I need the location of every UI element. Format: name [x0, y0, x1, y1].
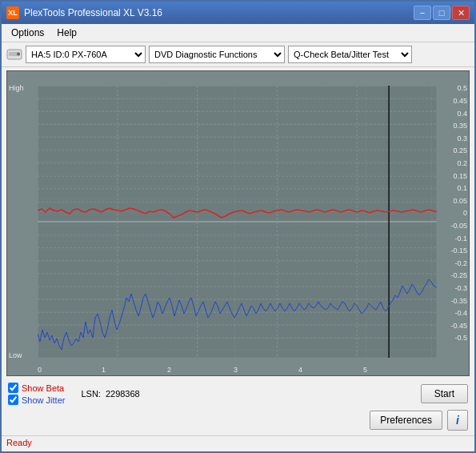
- menu-bar: Options Help: [2, 24, 474, 42]
- checkbox-group: Show Beta Show Jitter: [8, 383, 65, 405]
- chart-svg: [38, 86, 437, 358]
- drive-select[interactable]: HA:5 ID:0 PX-760A: [26, 46, 146, 63]
- app-icon: XL: [6, 6, 19, 19]
- y-right-16: -0.3: [454, 284, 467, 292]
- preferences-button[interactable]: Preferences: [370, 411, 442, 430]
- y-right-12: -0.1: [454, 235, 467, 243]
- toolbar: HA:5 ID:0 PX-760A DVD Diagnostic Functio…: [2, 42, 474, 67]
- x-label-3: 3: [234, 366, 238, 374]
- title-buttons: − □ ✕: [414, 6, 470, 20]
- show-beta-label: Show Beta: [22, 383, 64, 393]
- info-button[interactable]: i: [447, 410, 468, 431]
- bottom-bar2: Preferences i: [2, 408, 474, 435]
- chart-area: High Low 0.5 0.45 0.4 0.35 0.3 0.25 0.2 …: [6, 70, 470, 376]
- lsn-value: 2298368: [106, 389, 140, 399]
- y-right-5: 0.25: [453, 146, 467, 154]
- beta-row: Show Beta: [8, 383, 65, 393]
- x-label-5: 5: [363, 366, 367, 374]
- lsn-group: LSN: 2298368: [81, 389, 404, 399]
- menu-help[interactable]: Help: [50, 26, 83, 40]
- y-right-15: -0.25: [450, 271, 467, 279]
- y-right-0: 0.5: [457, 84, 467, 92]
- y-right-13: -0.15: [450, 247, 467, 255]
- chart-y-high: High: [9, 84, 24, 92]
- drive-icon: [6, 46, 22, 62]
- function-select[interactable]: DVD Diagnostic Functions: [149, 46, 285, 63]
- svg-point-2: [17, 53, 20, 56]
- x-label-2: 2: [167, 366, 171, 374]
- y-right-19: -0.45: [450, 322, 467, 330]
- y-right-17: -0.35: [450, 297, 467, 305]
- lsn-label: LSN:: [81, 389, 100, 399]
- y-right-11: -0.05: [450, 222, 467, 230]
- status-bar: Ready: [2, 435, 474, 451]
- y-right-9: 0.05: [453, 197, 467, 205]
- title-bar-left: XL PlexTools Professional XL V3.16: [6, 6, 162, 19]
- y-right-4: 0.3: [457, 134, 467, 142]
- title-bar: XL PlexTools Professional XL V3.16 − □ ✕: [2, 2, 474, 24]
- chart-y-low: Low: [9, 351, 22, 359]
- bottom-controls: Show Beta Show Jitter LSN: 2298368 Start: [2, 379, 474, 408]
- y-right-2: 0.4: [457, 110, 467, 118]
- y-right-20: -0.5: [454, 334, 467, 342]
- y-right-6: 0.2: [457, 159, 467, 167]
- menu-options[interactable]: Options: [5, 26, 50, 40]
- window-title: PlexTools Professional XL V3.16: [24, 7, 162, 18]
- y-right-14: -0.2: [454, 259, 467, 267]
- start-button[interactable]: Start: [421, 384, 468, 403]
- show-beta-checkbox[interactable]: [8, 383, 18, 393]
- x-label-1: 1: [102, 366, 106, 374]
- show-jitter-label: Show Jitter: [22, 395, 65, 405]
- y-right-3: 0.35: [453, 122, 467, 130]
- y-right-8: 0.1: [457, 184, 467, 192]
- x-label-0: 0: [38, 366, 42, 374]
- maximize-button[interactable]: □: [433, 6, 450, 20]
- x-label-4: 4: [298, 366, 302, 374]
- y-right-18: -0.4: [454, 309, 467, 317]
- jitter-row: Show Jitter: [8, 395, 65, 405]
- y-right-7: 0.15: [453, 172, 467, 180]
- show-jitter-checkbox[interactable]: [8, 395, 18, 405]
- test-select[interactable]: Q-Check Beta/Jitter Test: [288, 46, 412, 63]
- main-window: XL PlexTools Professional XL V3.16 − □ ✕…: [0, 0, 476, 453]
- minimize-button[interactable]: −: [414, 6, 431, 20]
- y-right-1: 0.45: [453, 97, 467, 105]
- status-text: Ready: [6, 438, 32, 447]
- close-button[interactable]: ✕: [452, 6, 470, 20]
- y-right-10: 0: [463, 209, 467, 217]
